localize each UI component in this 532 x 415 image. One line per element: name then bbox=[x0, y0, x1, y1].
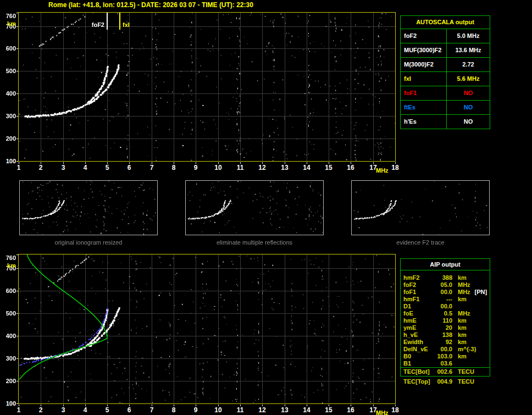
autoscala-window: { "header": { "title": "Rome (lat: +41.8… bbox=[0, 0, 532, 415]
parameter-name: foF1 bbox=[401, 289, 434, 296]
x-tick-mark bbox=[329, 162, 329, 164]
y-tick-label: 200 bbox=[1, 135, 16, 142]
x-tick-mark bbox=[285, 405, 285, 406]
aip-row: B103.6 bbox=[401, 360, 490, 367]
y-tick-mark bbox=[16, 336, 18, 336]
parameter-name: ymE bbox=[401, 324, 434, 331]
x-tick-label: 4 bbox=[80, 164, 91, 171]
aip-row: foF100.0MHz[PN] bbox=[401, 289, 490, 296]
autoscala-row: foF1NO bbox=[401, 86, 490, 100]
parameter-value: 110 bbox=[434, 317, 452, 324]
parameter-name: foE bbox=[401, 310, 434, 317]
x-tick-mark bbox=[240, 405, 241, 406]
y-tick-mark bbox=[16, 381, 18, 381]
y-tick-label: 300 bbox=[1, 113, 16, 120]
thumbnail-original-ionogram bbox=[19, 180, 158, 235]
autoscala-row: ftEsNO bbox=[401, 100, 490, 114]
x-tick-label: 10 bbox=[213, 164, 224, 171]
aip-row: foF205.0MHz bbox=[401, 281, 490, 289]
x-tick-mark bbox=[351, 162, 351, 164]
parameter-name: foF2 bbox=[401, 29, 447, 43]
parameter-value: --- bbox=[434, 296, 452, 303]
x-tick-label: 15 bbox=[323, 164, 334, 171]
x-tick-label: 16 bbox=[345, 407, 356, 413]
x-tick-mark bbox=[240, 162, 241, 164]
thumbnail-original-canvas bbox=[20, 181, 157, 235]
marker-label-fxI: fxI bbox=[123, 21, 130, 29]
x-tick-label: 8 bbox=[168, 164, 179, 171]
autoscala-row: foF25.0 MHz bbox=[401, 29, 490, 43]
x-tick-label: 7 bbox=[146, 407, 157, 413]
tec-top-row: TEC[Top]004.9TECU bbox=[401, 378, 489, 386]
x-tick-mark bbox=[307, 405, 307, 406]
autoscala-row: fxI5.6 MHz bbox=[401, 71, 490, 86]
x-tick-mark bbox=[218, 162, 219, 164]
parameter-name: M(3000)F2 bbox=[401, 58, 447, 71]
parameter-value: 92 bbox=[434, 339, 452, 346]
parameter-unit: km bbox=[452, 274, 467, 281]
parameter-unit: TECU bbox=[452, 378, 474, 386]
x-tick-mark bbox=[373, 162, 374, 164]
y-tick-label: 600 bbox=[1, 45, 16, 52]
parameter-unit: km bbox=[452, 339, 467, 346]
parameter-unit: km bbox=[452, 317, 467, 324]
x-tick-label: 3 bbox=[58, 407, 69, 413]
x-tick-label: 10 bbox=[213, 407, 224, 413]
parameter-value: 138 bbox=[434, 331, 452, 339]
x-tick-mark bbox=[351, 405, 351, 406]
thumbnail-f2-trace-canvas bbox=[352, 181, 489, 235]
parameter-value: 0.5 bbox=[434, 310, 452, 317]
parameter-unit: km bbox=[452, 296, 467, 303]
x-tick-mark bbox=[196, 405, 196, 406]
parameter-unit: TECU bbox=[452, 368, 474, 376]
parameter-name: hmF2 bbox=[401, 274, 434, 281]
x-tick-label: 8 bbox=[168, 407, 179, 413]
x-tick-mark bbox=[395, 162, 396, 164]
parameter-value: 13.6 MHz bbox=[447, 43, 490, 57]
parameter-unit bbox=[452, 303, 458, 310]
parameter-value: NO bbox=[447, 86, 490, 100]
parameter-name: TEC[Top] bbox=[401, 378, 434, 386]
aip-table-rows: hmF2388kmfoF205.0MHzfoF100.0MHz[PN]hmF1-… bbox=[401, 270, 490, 367]
tec-bottom-row: TEC[Bot]002.6TECU bbox=[401, 367, 490, 376]
aip-row: hmE110km bbox=[401, 317, 490, 324]
parameter-name: ftEs bbox=[401, 101, 447, 114]
x-tick-mark bbox=[262, 162, 263, 164]
parameter-note: [PN] bbox=[470, 289, 487, 296]
x-tick-label: 9 bbox=[190, 164, 201, 171]
y-tick-label: 400 bbox=[1, 90, 16, 97]
x-tick-mark bbox=[107, 162, 108, 164]
aip-row: hmF2388km bbox=[401, 274, 490, 281]
x-tick-label: 14 bbox=[301, 164, 312, 171]
autoscala-row: M(3000)F22.72 bbox=[401, 57, 490, 71]
parameter-value: 03.6 bbox=[434, 360, 452, 367]
x-tick-mark bbox=[174, 162, 174, 164]
parameter-value: 00.0 bbox=[434, 289, 452, 296]
parameter-value: 20 bbox=[434, 324, 452, 331]
x-tick-label: 12 bbox=[257, 407, 268, 413]
marker-line-fxI bbox=[119, 13, 120, 30]
x-tick-mark bbox=[174, 405, 174, 406]
y-tick-mark bbox=[16, 161, 18, 162]
y-tick-mark bbox=[16, 139, 18, 139]
x-tick-label: 11 bbox=[235, 407, 246, 413]
y-tick-mark bbox=[16, 26, 18, 27]
x-tick-mark bbox=[129, 405, 130, 406]
x-tick-label: 1 bbox=[13, 407, 24, 413]
x-tick-mark bbox=[63, 405, 64, 406]
x-tick-mark bbox=[19, 162, 19, 164]
y-tick-label: 200 bbox=[1, 378, 16, 385]
y-tick-mark bbox=[16, 291, 18, 291]
parameter-unit: km bbox=[452, 331, 467, 339]
parameter-value: 00.0 bbox=[434, 346, 452, 353]
x-tick-label: 3 bbox=[58, 164, 69, 171]
x-tick-label: 12 bbox=[257, 164, 268, 171]
parameter-value: 2.72 bbox=[447, 58, 490, 71]
y-tick-mark bbox=[16, 313, 18, 314]
autoscala-row: h'EsNO bbox=[401, 114, 490, 129]
thumbnail-caption-eliminate: eliminate multiple reflections bbox=[185, 239, 324, 246]
station-date-time-title: Rome (lat: +41.8, lon: 012.5) - DATE: 20… bbox=[48, 1, 253, 9]
parameter-unit: km bbox=[452, 353, 467, 360]
parameter-value: 5.0 MHz bbox=[447, 29, 490, 43]
x-tick-mark bbox=[19, 405, 19, 406]
